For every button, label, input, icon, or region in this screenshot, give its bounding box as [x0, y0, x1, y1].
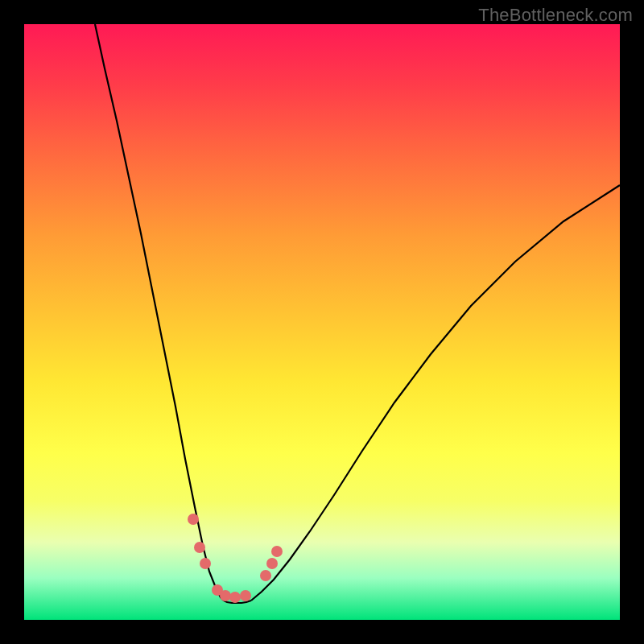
curve-left-arm	[95, 24, 224, 601]
curve-right-arm	[251, 185, 620, 601]
data-marker	[260, 570, 271, 581]
data-marker	[188, 514, 199, 525]
data-marker	[194, 542, 205, 553]
data-marker	[229, 592, 241, 603]
data-marker	[200, 558, 211, 569]
watermark-text: TheBottleneck.com	[478, 5, 633, 26]
data-marker	[240, 590, 251, 601]
chart-svg	[24, 24, 620, 620]
data-marker	[271, 546, 283, 557]
data-marker	[266, 558, 278, 569]
plot-area	[24, 24, 620, 620]
chart-frame: TheBottleneck.com	[0, 0, 644, 644]
markers-group	[188, 514, 283, 603]
data-marker	[220, 590, 231, 601]
